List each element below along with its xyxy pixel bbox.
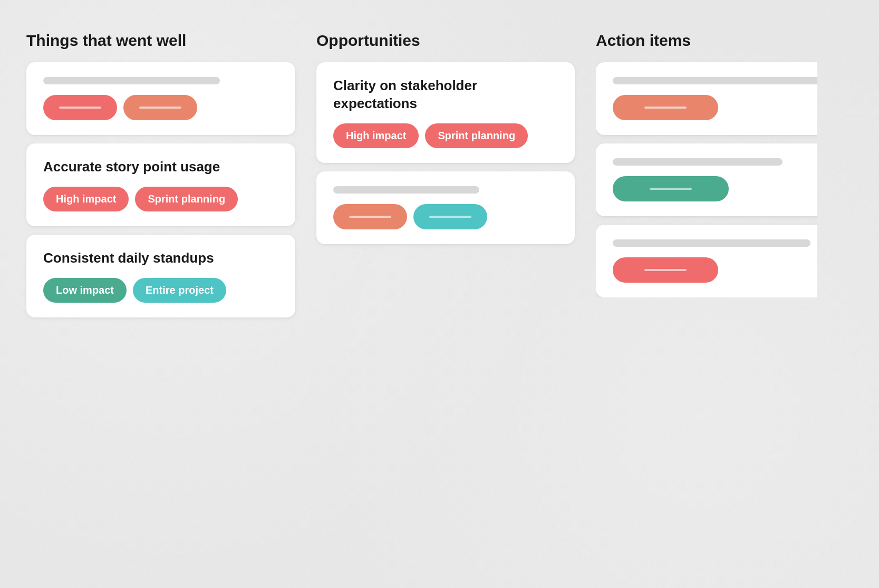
- card-title-clarity: Clarity on stakeholder expectations: [333, 77, 558, 113]
- tag-placeholder-line-7: [644, 269, 687, 271]
- tags-accurate: High impact Sprint planning: [43, 187, 278, 211]
- tag-placeholder-line: [59, 107, 101, 109]
- tag-placeholder-teal[interactable]: [413, 204, 487, 229]
- cards-stack-opportunities: Clarity on stakeholder expectations High…: [316, 62, 575, 244]
- tag-placeholder-action-2[interactable]: [613, 176, 729, 201]
- column-title-went-well: Things that went well: [26, 32, 295, 50]
- cards-stack-went-well: Accurate story point usage High impact S…: [26, 62, 295, 317]
- tags-action-2: [613, 176, 817, 201]
- card-placeholder-opportunities: [316, 171, 575, 244]
- column-title-action-items: Action items: [596, 32, 817, 50]
- tag-placeholder-line-6: [650, 188, 692, 190]
- cards-stack-action-items: [596, 62, 817, 297]
- placeholder-bar-action-2: [613, 158, 783, 166]
- tag-placeholder-line-3: [349, 216, 391, 218]
- tag-placeholder-salmon[interactable]: [123, 95, 197, 120]
- card-action-3: [596, 225, 817, 297]
- tag-placeholder-line-5: [644, 107, 687, 109]
- tags-action-1: [613, 95, 817, 120]
- card-daily-standups: Consistent daily standups Low impact Ent…: [26, 235, 295, 317]
- placeholder-bar-2: [333, 186, 479, 194]
- tag-placeholder-action-3[interactable]: [613, 257, 718, 283]
- card-clarity-stakeholder: Clarity on stakeholder expectations High…: [316, 62, 575, 163]
- placeholder-bar: [43, 77, 220, 84]
- placeholder-bar-action-1: [613, 77, 817, 84]
- tag-sprint-planning-1[interactable]: Sprint planning: [135, 187, 238, 211]
- tags-action-3: [613, 257, 817, 283]
- card-accurate-story-points: Accurate story point usage High impact S…: [26, 143, 295, 226]
- card-action-2: [596, 143, 817, 216]
- tag-placeholder-line-2: [139, 107, 181, 109]
- card-placeholder-went-well: [26, 62, 295, 135]
- tag-entire-project[interactable]: Entire project: [133, 278, 226, 303]
- card-title-standups: Consistent daily standups: [43, 249, 278, 267]
- tag-high-impact-1[interactable]: High impact: [43, 187, 129, 211]
- column-opportunities: Opportunities Clarity on stakeholder exp…: [316, 32, 575, 244]
- tag-low-impact[interactable]: Low impact: [43, 278, 127, 303]
- column-title-opportunities: Opportunities: [316, 32, 575, 50]
- tag-placeholder-red[interactable]: [43, 95, 117, 120]
- card-action-1: [596, 62, 817, 135]
- tag-high-impact-2[interactable]: High impact: [333, 123, 419, 148]
- placeholder-bar-action-3: [613, 239, 810, 247]
- column-action-items: Action items: [596, 32, 817, 297]
- tags-placeholder-2: [333, 204, 558, 229]
- tag-placeholder-action-1[interactable]: [613, 95, 718, 120]
- card-title-accurate: Accurate story point usage: [43, 158, 278, 176]
- tag-placeholder-coral[interactable]: [333, 204, 407, 229]
- tag-placeholder-line-4: [429, 216, 471, 218]
- tags-clarity: High impact Sprint planning: [333, 123, 558, 148]
- tags-standups: Low impact Entire project: [43, 278, 278, 303]
- tag-sprint-planning-2[interactable]: Sprint planning: [425, 123, 528, 148]
- tags-placeholder-1: [43, 95, 278, 120]
- page-layout: Things that went well Accurate story poi…: [0, 0, 879, 349]
- column-went-well: Things that went well Accurate story poi…: [26, 32, 295, 317]
